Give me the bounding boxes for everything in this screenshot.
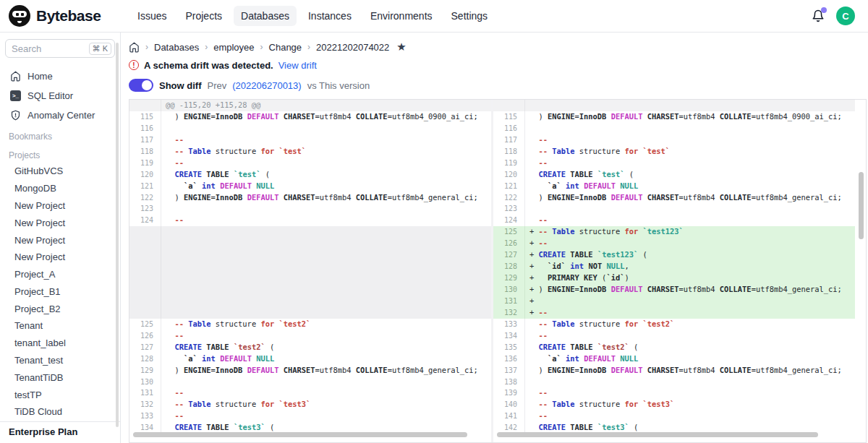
nav-item-environments[interactable]: Environments (363, 6, 440, 26)
project-item[interactable]: Tenant (0, 317, 120, 335)
diff-line: 135 CREATE TABLE `test2` ( (493, 342, 855, 353)
breadcrumb-item[interactable]: 20221202074022 (316, 42, 389, 53)
show-diff-toggle[interactable] (129, 79, 153, 92)
line-number: 121 (493, 181, 525, 192)
diff-placeholder-line (129, 284, 491, 296)
notification-dot (821, 7, 827, 13)
project-item[interactable]: testTP (0, 386, 120, 403)
sidebar-item-sql-editor[interactable]: >_SQL Editor (0, 86, 120, 106)
breadcrumb-separator: › (260, 42, 263, 52)
project-item[interactable]: Project_B1 (0, 283, 120, 300)
line-number: 118 (129, 146, 161, 158)
diff-placeholder-line (129, 249, 491, 261)
project-item[interactable]: Project_A (0, 266, 120, 283)
line-content (161, 238, 491, 249)
nav-item-issues[interactable]: Issues (130, 6, 174, 26)
breadcrumb-item[interactable]: employee (213, 42, 254, 53)
diff-line: 115 ) ENGINE=InnoDB DEFAULT CHARSET=utf8… (129, 111, 491, 123)
nav-item-settings[interactable]: Settings (444, 6, 495, 26)
horizontal-scrollbar-left[interactable] (133, 432, 467, 437)
line-content: -- Table structure for `test` (161, 146, 491, 158)
diff-line: 122 ) ENGINE=InnoDB DEFAULT CHARSET=utf8… (493, 192, 855, 204)
diff-toolbar: Show diff Prev (202206270013) vs This ve… (129, 76, 867, 95)
line-number: 126 (493, 238, 525, 249)
diff-line: 139 -- (493, 387, 855, 399)
line-number: 116 (129, 123, 161, 134)
project-item[interactable]: MongoDB (0, 180, 120, 197)
line-number: 127 (129, 342, 161, 353)
diff-line: 133 -- Table structure for `test2` (493, 319, 855, 330)
vertical-scrollbar[interactable] (859, 172, 864, 239)
terminal-icon: >_ (10, 90, 21, 101)
line-number: 137 (493, 365, 525, 377)
diff-line: 123 (129, 203, 491, 215)
nav-item-instances[interactable]: Instances (301, 6, 359, 26)
nav-item-databases[interactable]: Databases (234, 6, 297, 26)
project-item[interactable]: TenantTiDB (0, 369, 120, 386)
line-number: 130 (493, 284, 525, 296)
line-number: 127 (493, 249, 525, 261)
bytebase-logo-icon (9, 5, 30, 27)
line-content: -- (525, 158, 855, 169)
line-number: 140 (493, 399, 525, 410)
line-number: 138 (493, 377, 525, 388)
line-content: -- (161, 134, 491, 146)
project-item[interactable]: Project_B2 (0, 300, 120, 317)
line-content (161, 307, 491, 319)
diff-line: 138 (493, 377, 855, 388)
project-item[interactable]: TiDB Cloud (0, 403, 120, 421)
line-content: + ) ENGINE=InnoDB DEFAULT CHARSET=utf8mb… (525, 284, 855, 296)
line-content: CREATE TABLE `test` ( (161, 169, 491, 181)
search-input[interactable]: Search ⌘ K (5, 39, 115, 58)
diff-line: 132 -- Table structure for `test3` (129, 399, 491, 410)
line-content: @@ -115,20 +115,28 @@ (161, 100, 491, 111)
view-drift-link[interactable]: View drift (278, 60, 317, 71)
sidebar-item-home[interactable]: Home (0, 66, 120, 86)
line-number: 122 (129, 192, 161, 204)
star-bookmark-icon[interactable]: ★ (396, 40, 406, 53)
project-item[interactable]: tenant_label (0, 335, 120, 352)
line-content (525, 123, 855, 134)
line-content: + -- Table structure for `test123` (525, 226, 855, 238)
line-number: 118 (493, 146, 525, 158)
line-number: 120 (129, 169, 161, 181)
prev-version-link[interactable]: (202206270013) (232, 80, 301, 91)
diff-line: 115 ) ENGINE=InnoDB DEFAULT CHARSET=utf8… (493, 111, 855, 123)
home-breadcrumb-icon[interactable] (129, 42, 140, 53)
project-item[interactable]: New Project (0, 197, 120, 215)
breadcrumb-item[interactable]: Change (269, 42, 302, 53)
horizontal-scrollbar-right[interactable] (497, 432, 818, 437)
diff-line: 131+ (493, 296, 855, 307)
diff-editor: @@ -115,20 +115,28 @@115 ) ENGINE=InnoDB… (129, 99, 867, 443)
project-item[interactable]: New Project (0, 214, 120, 231)
line-number: 124 (129, 215, 161, 226)
notification-bell-button[interactable] (812, 9, 825, 22)
diff-pane-previous: @@ -115,20 +115,28 @@115 ) ENGINE=InnoDB… (129, 100, 493, 442)
main-content: ›Databases›employee›Change›2022120207402… (121, 33, 868, 443)
bytebase-brand[interactable]: Bytebase (9, 5, 123, 27)
project-item[interactable]: New Project (0, 249, 120, 266)
diff-line: 125+ -- Table structure for `test123` (493, 226, 855, 238)
sidebar-item-anomaly-center[interactable]: Anomaly Center (0, 106, 120, 125)
diff-line: 119 -- (493, 158, 855, 169)
diff-placeholder-line (129, 226, 491, 238)
user-avatar[interactable]: C (836, 7, 855, 25)
line-content: + -- (525, 238, 855, 249)
diff-line: 124 -- (493, 215, 855, 226)
line-content: CREATE TABLE `test2` ( (525, 342, 855, 353)
nav-item-projects[interactable]: Projects (178, 6, 229, 26)
sidebar-scrollbar[interactable] (116, 43, 119, 427)
project-item[interactable]: GitHubVCS (0, 163, 120, 180)
line-content: `a` int DEFAULT NULL (525, 353, 855, 365)
project-item[interactable]: Tenant_test (0, 352, 120, 369)
sidebar-nav: Home>_SQL EditorAnomaly Center (0, 66, 120, 125)
line-number: 123 (493, 203, 525, 215)
shield-icon (10, 110, 21, 121)
diff-line: 127+ CREATE TABLE `test123` ( (493, 249, 855, 261)
sidebar-item-label: SQL Editor (27, 90, 73, 101)
diff-placeholder-line (129, 296, 491, 307)
project-item[interactable]: New Project (0, 231, 120, 249)
line-number: 139 (493, 387, 525, 399)
line-number: 124 (493, 215, 525, 226)
breadcrumb-item[interactable]: Databases (154, 42, 199, 53)
